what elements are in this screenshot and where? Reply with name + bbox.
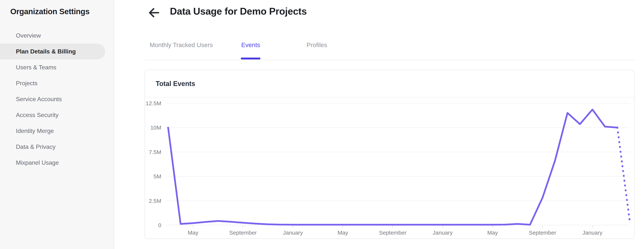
app-root: Organization Settings OverviewPlan Detai…	[0, 0, 644, 249]
svg-text:2.5M: 2.5M	[149, 198, 161, 204]
svg-text:12.5M: 12.5M	[146, 100, 161, 106]
svg-text:May: May	[487, 230, 498, 236]
sidebar-item-overview[interactable]: Overview	[0, 28, 105, 43]
sidebar-item-projects[interactable]: Projects	[0, 75, 105, 91]
svg-text:10M: 10M	[150, 124, 161, 131]
svg-text:January: January	[283, 230, 303, 236]
svg-text:0: 0	[158, 222, 161, 228]
svg-text:7.5M: 7.5M	[149, 149, 161, 155]
svg-text:May: May	[338, 230, 348, 236]
tab-profiles[interactable]: Profiles	[306, 41, 327, 59]
chart-title: Total Events	[156, 70, 195, 97]
total-events-line-chart: 02.5M5M7.5M10M12.5MMaySeptemberJanuaryMa…	[145, 98, 634, 239]
sidebar-item-identity-merge[interactable]: Identity Merge	[0, 123, 105, 139]
tab-events[interactable]: Events	[241, 41, 260, 59]
svg-text:January: January	[582, 230, 602, 236]
active-tab-indicator	[241, 58, 260, 59]
svg-text:September: September	[229, 230, 257, 236]
sidebar-item-data-privacy[interactable]: Data & Privacy	[0, 139, 105, 155]
sidebar-item-plan-details-billing[interactable]: Plan Details & Billing	[0, 43, 105, 59]
back-button[interactable]	[147, 6, 160, 19]
sidebar-item-mixpanel-usage[interactable]: Mixpanel Usage	[0, 155, 105, 171]
svg-text:September: September	[529, 230, 556, 236]
sidebar-title: Organization Settings	[10, 7, 90, 16]
tab-bar-divider	[145, 60, 634, 60]
sidebar-nav: OverviewPlan Details & BillingUsers & Te…	[0, 28, 114, 171]
chart-card: Total Events 02.5M5M7.5M10M12.5MMaySepte…	[145, 70, 634, 239]
sidebar: Organization Settings OverviewPlan Detai…	[0, 0, 114, 249]
arrow-left-icon	[148, 16, 160, 19]
svg-text:January: January	[433, 230, 453, 236]
svg-text:September: September	[379, 230, 406, 236]
svg-text:5M: 5M	[154, 173, 161, 180]
page-title: Data Usage for Demo Projects	[170, 5, 307, 17]
sidebar-item-access-security[interactable]: Access Security	[0, 107, 105, 123]
tab-bar: Monthly Tracked UsersEventsProfiles	[150, 41, 327, 59]
chart-card-body: 02.5M5M7.5M10M12.5MMaySeptemberJanuaryMa…	[145, 98, 634, 239]
svg-text:May: May	[188, 230, 198, 236]
chart-card-header: Total Events	[145, 70, 634, 98]
tab-monthly-tracked-users[interactable]: Monthly Tracked Users	[150, 41, 213, 59]
sidebar-item-users-teams[interactable]: Users & Teams	[0, 59, 105, 75]
sidebar-item-service-accounts[interactable]: Service Accounts	[0, 91, 105, 107]
